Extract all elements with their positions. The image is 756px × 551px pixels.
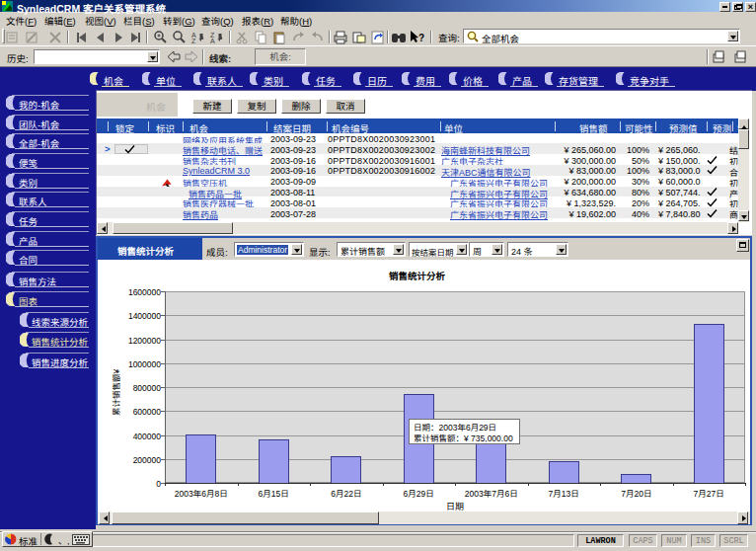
svg-text:?: ? bbox=[418, 33, 424, 43]
svg-text:A: A bbox=[210, 38, 215, 44]
svg-text:Z: Z bbox=[191, 38, 196, 44]
